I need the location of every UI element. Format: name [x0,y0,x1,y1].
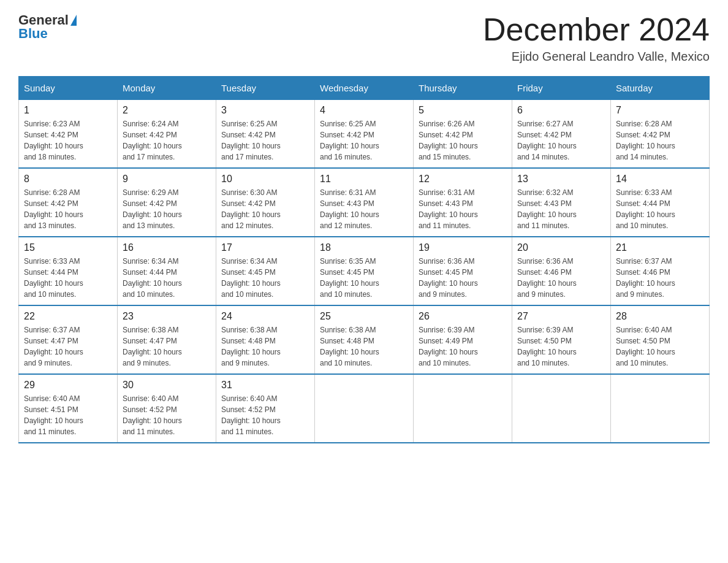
day-number: 8 [24,174,112,185]
table-row: 16 Sunrise: 6:34 AM Sunset: 4:44 PM Dayl… [118,237,216,305]
day-number: 5 [419,105,507,116]
col-tuesday: Tuesday [216,77,315,100]
table-row: 7 Sunrise: 6:28 AM Sunset: 4:42 PM Dayli… [611,100,710,169]
day-number: 27 [517,311,605,322]
table-row: 24 Sunrise: 6:38 AM Sunset: 4:48 PM Dayl… [216,305,315,374]
table-row: 6 Sunrise: 6:27 AM Sunset: 4:42 PM Dayli… [512,100,611,169]
table-row: 21 Sunrise: 6:37 AM Sunset: 4:46 PM Dayl… [611,237,710,305]
table-row: 26 Sunrise: 6:39 AM Sunset: 4:49 PM Dayl… [414,305,512,374]
day-info: Sunrise: 6:24 AM Sunset: 4:42 PM Dayligh… [123,118,211,163]
day-number: 11 [320,174,408,185]
day-number: 19 [419,242,507,253]
day-number: 18 [320,242,408,253]
day-number: 29 [24,380,112,391]
col-sunday: Sunday [19,77,118,100]
table-row: 4 Sunrise: 6:25 AM Sunset: 4:42 PM Dayli… [315,100,414,169]
day-info: Sunrise: 6:34 AM Sunset: 4:45 PM Dayligh… [221,256,309,300]
col-saturday: Saturday [611,77,710,100]
table-row: 11 Sunrise: 6:31 AM Sunset: 4:43 PM Dayl… [315,168,414,237]
day-info: Sunrise: 6:29 AM Sunset: 4:42 PM Dayligh… [123,187,211,231]
day-number: 4 [320,105,408,116]
day-info: Sunrise: 6:39 AM Sunset: 4:50 PM Dayligh… [517,324,605,369]
day-info: Sunrise: 6:37 AM Sunset: 4:47 PM Dayligh… [24,324,112,369]
day-info: Sunrise: 6:36 AM Sunset: 4:46 PM Dayligh… [517,256,605,300]
day-number: 28 [616,311,704,322]
table-row: 3 Sunrise: 6:25 AM Sunset: 4:42 PM Dayli… [216,100,315,169]
day-info: Sunrise: 6:32 AM Sunset: 4:43 PM Dayligh… [517,187,605,231]
day-number: 26 [419,311,507,322]
title-block: December 2024 Ejido General Leandro Vall… [483,12,710,64]
day-info: Sunrise: 6:30 AM Sunset: 4:42 PM Dayligh… [221,187,309,231]
day-number: 6 [517,105,605,116]
month-title: December 2024 [483,12,710,47]
calendar-row: 15 Sunrise: 6:33 AM Sunset: 4:44 PM Dayl… [19,237,710,305]
table-row: 5 Sunrise: 6:26 AM Sunset: 4:42 PM Dayli… [414,100,512,169]
table-row [315,374,414,443]
day-info: Sunrise: 6:35 AM Sunset: 4:45 PM Dayligh… [320,256,408,300]
table-row: 22 Sunrise: 6:37 AM Sunset: 4:47 PM Dayl… [19,305,118,374]
day-number: 17 [221,242,309,253]
table-row: 25 Sunrise: 6:38 AM Sunset: 4:48 PM Dayl… [315,305,414,374]
table-row: 10 Sunrise: 6:30 AM Sunset: 4:42 PM Dayl… [216,168,315,237]
day-number: 25 [320,311,408,322]
table-row: 29 Sunrise: 6:40 AM Sunset: 4:51 PM Dayl… [19,374,118,443]
day-info: Sunrise: 6:38 AM Sunset: 4:48 PM Dayligh… [320,324,408,369]
day-info: Sunrise: 6:25 AM Sunset: 4:42 PM Dayligh… [221,118,309,163]
day-info: Sunrise: 6:34 AM Sunset: 4:44 PM Dayligh… [123,256,211,300]
table-row: 15 Sunrise: 6:33 AM Sunset: 4:44 PM Dayl… [19,237,118,305]
calendar-row: 8 Sunrise: 6:28 AM Sunset: 4:42 PM Dayli… [19,168,710,237]
table-row: 28 Sunrise: 6:40 AM Sunset: 4:50 PM Dayl… [611,305,710,374]
header-row: Sunday Monday Tuesday Wednesday Thursday… [19,77,710,100]
day-info: Sunrise: 6:39 AM Sunset: 4:49 PM Dayligh… [419,324,507,369]
day-number: 3 [221,105,309,116]
calendar-row: 29 Sunrise: 6:40 AM Sunset: 4:51 PM Dayl… [19,374,710,443]
table-row: 9 Sunrise: 6:29 AM Sunset: 4:42 PM Dayli… [118,168,216,237]
day-number: 13 [517,174,605,185]
table-row: 8 Sunrise: 6:28 AM Sunset: 4:42 PM Dayli… [19,168,118,237]
table-row: 14 Sunrise: 6:33 AM Sunset: 4:44 PM Dayl… [611,168,710,237]
calendar-row: 1 Sunrise: 6:23 AM Sunset: 4:42 PM Dayli… [19,100,710,169]
day-number: 31 [221,380,309,391]
calendar-row: 22 Sunrise: 6:37 AM Sunset: 4:47 PM Dayl… [19,305,710,374]
col-thursday: Thursday [414,77,512,100]
day-info: Sunrise: 6:40 AM Sunset: 4:52 PM Dayligh… [123,393,211,437]
day-info: Sunrise: 6:40 AM Sunset: 4:50 PM Dayligh… [616,324,704,369]
table-row [512,374,611,443]
day-info: Sunrise: 6:28 AM Sunset: 4:42 PM Dayligh… [616,118,704,163]
table-row: 12 Sunrise: 6:31 AM Sunset: 4:43 PM Dayl… [414,168,512,237]
day-info: Sunrise: 6:37 AM Sunset: 4:46 PM Dayligh… [616,256,704,300]
day-number: 16 [123,242,211,253]
day-number: 15 [24,242,112,253]
day-info: Sunrise: 6:26 AM Sunset: 4:42 PM Dayligh… [419,118,507,163]
table-row [414,374,512,443]
day-number: 9 [123,174,211,185]
day-number: 7 [616,105,704,116]
day-number: 10 [221,174,309,185]
table-row: 13 Sunrise: 6:32 AM Sunset: 4:43 PM Dayl… [512,168,611,237]
logo: General Blue [18,12,77,42]
day-number: 30 [123,380,211,391]
table-row: 23 Sunrise: 6:38 AM Sunset: 4:47 PM Dayl… [118,305,216,374]
day-number: 23 [123,311,211,322]
table-row: 18 Sunrise: 6:35 AM Sunset: 4:45 PM Dayl… [315,237,414,305]
logo-triangle-icon [70,15,77,26]
day-info: Sunrise: 6:38 AM Sunset: 4:48 PM Dayligh… [221,324,309,369]
day-info: Sunrise: 6:38 AM Sunset: 4:47 PM Dayligh… [123,324,211,369]
day-info: Sunrise: 6:28 AM Sunset: 4:42 PM Dayligh… [24,187,112,231]
day-info: Sunrise: 6:25 AM Sunset: 4:42 PM Dayligh… [320,118,408,163]
table-row: 27 Sunrise: 6:39 AM Sunset: 4:50 PM Dayl… [512,305,611,374]
day-info: Sunrise: 6:36 AM Sunset: 4:45 PM Dayligh… [419,256,507,300]
day-number: 21 [616,242,704,253]
day-info: Sunrise: 6:27 AM Sunset: 4:42 PM Dayligh… [517,118,605,163]
day-number: 14 [616,174,704,185]
day-number: 24 [221,311,309,322]
col-monday: Monday [118,77,216,100]
table-row: 17 Sunrise: 6:34 AM Sunset: 4:45 PM Dayl… [216,237,315,305]
calendar-table: Sunday Monday Tuesday Wednesday Thursday… [18,76,710,443]
day-info: Sunrise: 6:33 AM Sunset: 4:44 PM Dayligh… [616,187,704,231]
day-info: Sunrise: 6:23 AM Sunset: 4:42 PM Dayligh… [24,118,112,163]
day-info: Sunrise: 6:31 AM Sunset: 4:43 PM Dayligh… [419,187,507,231]
day-info: Sunrise: 6:31 AM Sunset: 4:43 PM Dayligh… [320,187,408,231]
location-title: Ejido General Leandro Valle, Mexico [483,50,710,64]
table-row: 30 Sunrise: 6:40 AM Sunset: 4:52 PM Dayl… [118,374,216,443]
